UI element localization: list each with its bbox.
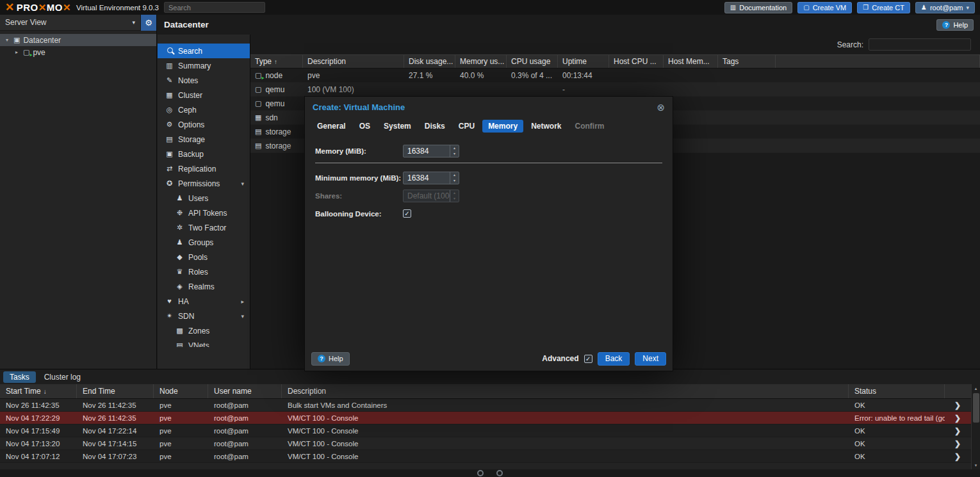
replication-icon: ⇄ <box>165 165 174 172</box>
column-header-memory-usage[interactable]: Memory us... <box>455 55 507 68</box>
tab-os[interactable]: OS <box>354 120 376 133</box>
help-button[interactable]: ? Help <box>936 19 974 31</box>
close-icon[interactable]: ⊗ <box>657 102 665 112</box>
chevron-right-icon[interactable]: ❯ <box>945 426 970 435</box>
chevron-down-icon[interactable]: ▾ <box>241 313 244 319</box>
nav-item-vnets[interactable]: ▤ VNets <box>158 338 250 347</box>
documentation-button[interactable]: ▥ Documentation <box>724 2 792 13</box>
table-row-node-pve[interactable]: ▢ ▸ node pve 27.1 % 40.0 % 0.3% of 4 ...… <box>250 69 980 83</box>
spin-up-icon[interactable]: ▴ <box>450 145 459 151</box>
column-header-type[interactable]: Type ↑ <box>250 55 303 68</box>
advanced-checkbox[interactable]: ✓ <box>584 355 592 363</box>
create-ct-button[interactable]: ❒ Create CT <box>857 2 910 13</box>
task-row-error[interactable]: Nov 04 17:22:29 Nov 26 11:42:35 pve root… <box>0 412 980 424</box>
nav-item-storage[interactable]: ▤ Storage <box>158 132 250 147</box>
column-header-cpu-usage[interactable]: CPU usage <box>507 55 558 68</box>
spin-up-icon[interactable]: ▴ <box>450 172 459 178</box>
tree-settings-button[interactable]: ⚙ <box>140 15 156 31</box>
min-memory-stepper[interactable]: ▴ ▾ <box>403 172 459 184</box>
scroll-down-icon[interactable]: ▾ <box>975 461 977 469</box>
scrollbar-thumb[interactable] <box>973 393 979 423</box>
nav-item-ceph[interactable]: ◎ Ceph <box>158 102 250 117</box>
next-button[interactable]: Next <box>635 352 666 366</box>
column-header-user-name[interactable]: User name <box>208 384 282 398</box>
tree-item-pve[interactable]: ▸ ▢ ▸ pve <box>0 46 156 58</box>
tab-general[interactable]: General <box>311 120 352 133</box>
nav-item-zones[interactable]: ▩ Zones <box>158 323 250 338</box>
expander-icon[interactable]: ▸ <box>13 49 20 55</box>
nav-item-api-tokens[interactable]: ❉ API Tokens <box>158 206 250 220</box>
logo-text: MO <box>47 2 63 13</box>
global-search-input[interactable] <box>164 2 265 13</box>
task-row[interactable]: Nov 04 17:07:12 Nov 04 17:07:23 pve root… <box>0 450 980 463</box>
chevron-right-icon[interactable]: ❯ <box>945 401 970 410</box>
monitor-icon: ▢ <box>803 4 809 11</box>
tab-cluster-log[interactable]: Cluster log <box>38 371 87 383</box>
dialog-help-button[interactable]: ? Help <box>311 352 350 366</box>
spin-down-icon[interactable]: ▾ <box>450 178 459 184</box>
nav-item-options[interactable]: ⚙ Options <box>158 117 250 132</box>
create-ct-label: Create CT <box>872 4 904 12</box>
nav-item-pools[interactable]: ◆ Pools <box>158 250 250 264</box>
tasks-scrollbar[interactable]: ▴ ▾ <box>971 384 980 469</box>
task-row[interactable]: Nov 26 11:42:35 Nov 26 11:42:35 pve root… <box>0 399 980 412</box>
create-vm-button[interactable]: ▢ Create VM <box>797 2 852 13</box>
dialog-header[interactable]: Create: Virtual Machine ⊗ <box>305 97 673 117</box>
documentation-label: Documentation <box>739 4 787 12</box>
chevron-right-icon[interactable]: ▸ <box>241 298 244 305</box>
view-selector[interactable]: Server View ▾ <box>0 15 140 30</box>
nav-item-users[interactable]: ♟ Users <box>158 191 250 206</box>
min-memory-input[interactable] <box>404 172 450 184</box>
user-menu-button[interactable]: ♟ root@pam ▾ <box>915 2 975 13</box>
column-header-host-mem[interactable]: Host Mem... <box>664 55 718 68</box>
column-header-host-cpu[interactable]: Host CPU ... <box>609 55 664 68</box>
nav-item-sdn[interactable]: ✴ SDN ▾ <box>158 309 250 323</box>
column-header-description[interactable]: Description <box>303 55 404 68</box>
memory-input[interactable] <box>404 145 450 157</box>
nav-item-summary[interactable]: ▥ Summary <box>158 58 250 73</box>
column-header-end-time[interactable]: End Time <box>77 384 154 398</box>
memory-field-row: Memory (MiB): ▴ ▾ <box>315 143 662 158</box>
content-search-input[interactable] <box>869 38 971 51</box>
scroll-up-icon[interactable]: ▴ <box>975 384 977 392</box>
tab-tasks[interactable]: Tasks <box>3 371 36 383</box>
tab-cpu[interactable]: CPU <box>453 120 480 133</box>
column-header-start-time[interactable]: Start Time ↓ <box>0 384 77 398</box>
spin-down-icon[interactable]: ▾ <box>450 151 459 157</box>
column-header-status[interactable]: Status <box>849 384 945 398</box>
nav-item-two-factor[interactable]: ✲ Two Factor <box>158 220 250 235</box>
task-row[interactable]: Nov 04 17:13:20 Nov 04 17:14:15 pve root… <box>0 437 980 450</box>
chevron-right-icon[interactable]: ❯ <box>945 414 970 423</box>
memory-stepper[interactable]: ▴ ▾ <box>403 145 459 158</box>
tab-network[interactable]: Network <box>525 120 567 133</box>
column-header-uptime[interactable]: Uptime <box>558 55 609 68</box>
tree-item-datacenter[interactable]: ▾ ▣ Datacenter <box>0 34 156 46</box>
nav-item-ha[interactable]: ♥ HA ▸ <box>158 294 250 309</box>
table-row-vm-100[interactable]: ▢ qemu 100 (VM 100) - <box>250 83 980 97</box>
nav-item-groups[interactable]: ♟ Groups <box>158 235 250 250</box>
nav-item-notes[interactable]: ✎ Notes <box>158 73 250 88</box>
tab-disks[interactable]: Disks <box>419 120 451 133</box>
nav-item-permissions[interactable]: ✪ Permissions ▾ <box>158 176 250 191</box>
tab-system[interactable]: System <box>378 120 417 133</box>
column-header-description[interactable]: Description <box>282 384 849 398</box>
back-button[interactable]: Back <box>598 352 630 366</box>
status-circle-icon <box>477 470 484 476</box>
expander-icon[interactable]: ▾ <box>4 37 10 43</box>
chevron-right-icon[interactable]: ❯ <box>945 439 970 448</box>
nav-item-roles[interactable]: ♛ Roles <box>158 264 250 279</box>
nav-item-search[interactable]: Search <box>158 44 250 58</box>
column-header-node[interactable]: Node <box>154 384 208 398</box>
column-header-tags[interactable]: Tags <box>718 55 776 68</box>
nav-item-label: API Tokens <box>188 209 227 218</box>
chevron-down-icon[interactable]: ▾ <box>241 181 244 187</box>
ballooning-checkbox[interactable]: ✓ <box>403 209 411 218</box>
tab-memory[interactable]: Memory <box>482 120 523 133</box>
task-row[interactable]: Nov 04 17:15:49 Nov 04 17:22:14 pve root… <box>0 424 980 437</box>
chevron-right-icon[interactable]: ❯ <box>945 452 970 461</box>
nav-item-backup[interactable]: ▣ Backup <box>158 147 250 161</box>
nav-item-replication[interactable]: ⇄ Replication <box>158 161 250 176</box>
column-header-disk-usage[interactable]: Disk usage... <box>404 55 455 68</box>
nav-item-cluster[interactable]: ▦ Cluster <box>158 88 250 102</box>
nav-item-realms[interactable]: ◈ Realms <box>158 279 250 294</box>
